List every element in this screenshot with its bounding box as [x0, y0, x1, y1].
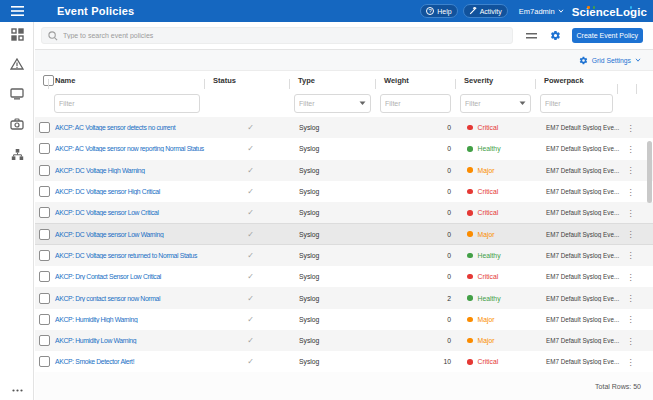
scrollbar-thumb[interactable]: [647, 141, 652, 203]
grid-settings-label[interactable]: Grid Settings: [592, 57, 631, 64]
row-actions-kebab-icon[interactable]: ⋮: [621, 293, 640, 303]
sidebar-item-business-services[interactable]: [0, 112, 34, 136]
row-actions-kebab-icon[interactable]: ⋮: [621, 123, 640, 133]
hamburger-menu-icon[interactable]: [0, 6, 34, 16]
table-row[interactable]: AKCP: AC Voltage sensor detects no curre…: [35, 117, 653, 138]
table-row[interactable]: AKCP: Dry Contact Sensor Low Critical ✓ …: [35, 266, 653, 287]
row-checkbox[interactable]: [39, 229, 50, 240]
search-input[interactable]: [63, 32, 506, 39]
event-policy-name-link[interactable]: AKCP: DC Voltage sensor Low Warning: [53, 231, 208, 238]
user-menu[interactable]: Em7admin: [519, 7, 564, 16]
search-bar: Create Event Policy: [35, 22, 653, 50]
row-weight: 0: [379, 209, 459, 216]
column-header-type[interactable]: Type: [293, 76, 379, 85]
grid-settings-chevron-icon[interactable]: [635, 58, 641, 62]
row-actions-kebab-icon[interactable]: ⋮: [621, 357, 640, 367]
table-row[interactable]: AKCP: Dry contact sensor now Normal ✓ Sy…: [35, 287, 653, 308]
table-row[interactable]: AKCP: DC Voltage sensor returned to Norm…: [35, 245, 653, 266]
row-checkbox[interactable]: [39, 207, 50, 218]
row-checkbox[interactable]: [39, 335, 50, 346]
filter-severity-caret-icon[interactable]: [519, 101, 526, 106]
event-policy-name-link[interactable]: AKCP: Dry contact sensor now Normal: [53, 295, 208, 302]
status-enabled-check-icon: ✓: [208, 166, 293, 175]
row-type: Syslog: [293, 124, 379, 131]
search-field[interactable]: [41, 27, 513, 44]
filter-severity-input[interactable]: [465, 100, 517, 107]
column-header-severity[interactable]: Severity: [459, 76, 539, 85]
row-checkbox[interactable]: [39, 356, 50, 367]
filter-type-input[interactable]: [299, 100, 357, 107]
row-severity: Healthy: [459, 252, 539, 259]
event-policy-name-link[interactable]: AKCP: Humidity Low Warning: [53, 337, 208, 344]
sidebar-item-dashboards[interactable]: [0, 22, 34, 46]
row-actions-kebab-icon[interactable]: ⋮: [621, 272, 640, 282]
row-actions-kebab-icon[interactable]: ⋮: [621, 144, 640, 154]
event-policy-name-link[interactable]: AKCP: DC Voltage High Warning: [53, 167, 208, 174]
column-header-powerpack[interactable]: Powerpack: [539, 76, 621, 85]
row-powerpack: EM7 Default Syslog Eve...: [539, 188, 621, 195]
event-policy-name-link[interactable]: AKCP: Smoke Detector Alert!: [53, 358, 208, 365]
row-checkbox[interactable]: [39, 271, 50, 282]
table-row[interactable]: AKCP: DC Voltage sensor Low Critical ✓ S…: [35, 202, 653, 223]
table-row[interactable]: AKCP: DC Voltage sensor Low Warning ✓ Sy…: [35, 223, 653, 244]
row-checkbox[interactable]: [39, 250, 50, 261]
row-actions-kebab-icon[interactable]: ⋮: [621, 187, 640, 197]
filter-powerpack[interactable]: [540, 94, 613, 113]
column-header-weight[interactable]: Weight: [379, 76, 459, 85]
table-row[interactable]: AKCP: Humidity High Warning ✓ Syslog 0 M…: [35, 309, 653, 330]
row-weight: 2: [379, 295, 459, 302]
status-enabled-check-icon: ✓: [208, 187, 293, 196]
row-checkbox[interactable]: [39, 122, 50, 133]
devices-icon: [10, 88, 24, 100]
severity-dot-icon: [467, 338, 473, 344]
event-policy-name-link[interactable]: AKCP: DC Voltage sensor Low Critical: [53, 209, 208, 216]
row-actions-kebab-icon[interactable]: ⋮: [621, 314, 640, 324]
filter-name-input[interactable]: [59, 100, 195, 107]
event-policy-name-link[interactable]: AKCP: DC Voltage sensor High Critical: [53, 188, 208, 195]
event-policy-name-link[interactable]: AKCP: DC Voltage sensor returned to Norm…: [53, 252, 208, 259]
row-powerpack: EM7 Default Syslog Eve...: [539, 167, 621, 174]
row-actions-kebab-icon[interactable]: ⋮: [621, 208, 640, 218]
row-actions-kebab-icon[interactable]: ⋮: [621, 336, 640, 346]
filter-severity[interactable]: [460, 94, 531, 113]
filter-type[interactable]: [294, 94, 371, 113]
filter-weight[interactable]: [380, 94, 451, 113]
event-policy-name-link[interactable]: AKCP: AC Voltage sensor detects no curre…: [53, 124, 208, 131]
table-row[interactable]: AKCP: Humidity Low Warning ✓ Syslog 0 Ma…: [35, 330, 653, 351]
table-row[interactable]: AKCP: DC Voltage High Warning ✓ Syslog 0…: [35, 160, 653, 181]
create-event-policy-button[interactable]: Create Event Policy: [572, 28, 643, 43]
filter-type-caret-icon[interactable]: [359, 101, 366, 106]
filter-powerpack-input[interactable]: [545, 100, 608, 107]
help-button[interactable]: ? Help: [420, 4, 457, 18]
activity-button[interactable]: Activity: [463, 4, 508, 18]
table-row[interactable]: AKCP: Smoke Detector Alert! ✓ Syslog 10 …: [35, 351, 653, 372]
column-header-status[interactable]: Status: [208, 76, 293, 85]
row-checkbox[interactable]: [39, 314, 50, 325]
filter-name[interactable]: [54, 94, 200, 113]
row-checkbox[interactable]: [39, 186, 50, 197]
table-row[interactable]: AKCP: DC Voltage sensor High Critical ✓ …: [35, 181, 653, 202]
filter-weight-input[interactable]: [385, 100, 446, 107]
row-actions-kebab-icon[interactable]: ⋮: [621, 229, 640, 239]
filter-lines-icon[interactable]: [526, 33, 537, 39]
grid-settings-gear-icon: [579, 56, 588, 65]
event-policy-name-link[interactable]: AKCP: Humidity High Warning: [53, 316, 208, 323]
sidebar-item-events[interactable]: [0, 52, 34, 76]
event-policy-name-link[interactable]: AKCP: Dry Contact Sensor Low Critical: [53, 273, 208, 280]
table-row[interactable]: AKCP: AC Voltage sensor now reporting No…: [35, 138, 653, 159]
row-checkbox[interactable]: [39, 143, 50, 154]
chevron-down-icon: [558, 9, 564, 13]
settings-gear-icon[interactable]: [550, 30, 561, 41]
row-powerpack: EM7 Default Syslog Eve...: [539, 252, 621, 259]
row-actions-kebab-icon[interactable]: ⋮: [621, 250, 640, 260]
sidebar-more-icon[interactable]: [0, 389, 34, 392]
row-checkbox[interactable]: [39, 165, 50, 176]
sidebar-item-devices[interactable]: [0, 82, 34, 106]
row-actions-kebab-icon[interactable]: ⋮: [621, 165, 640, 175]
sidebar-item-maps[interactable]: [0, 142, 34, 166]
column-header-name[interactable]: Name: [53, 76, 208, 85]
event-policy-name-link[interactable]: AKCP: AC Voltage sensor now reporting No…: [53, 145, 208, 152]
row-weight: 0: [379, 145, 459, 152]
vertical-scrollbar[interactable]: [647, 139, 652, 393]
row-checkbox[interactable]: [39, 293, 50, 304]
